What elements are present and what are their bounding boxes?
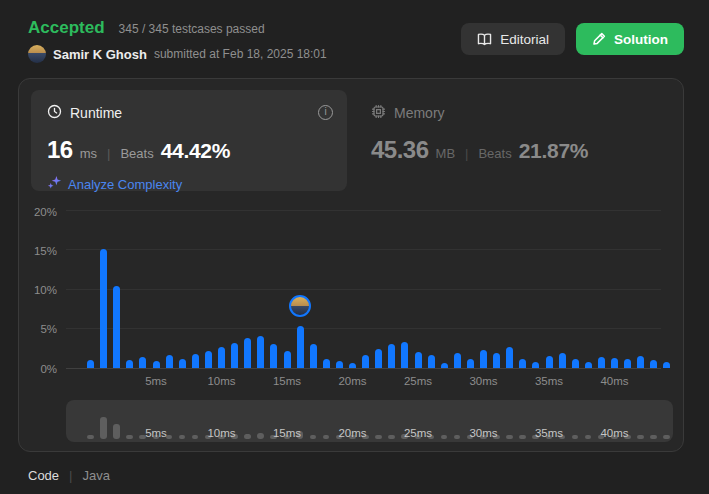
runtime-bar-32ms[interactable] [506,347,513,368]
runtime-bar-33ms[interactable] [519,359,526,368]
runtime-beats-value: 44.42% [161,139,230,163]
runtime-card[interactable]: Runtime i 16 ms | Beats 44.42% Analyze C… [31,90,347,191]
gridline [66,328,661,329]
runtime-bar-24ms[interactable] [401,342,408,368]
minimap-bar [519,435,526,440]
y-axis-tick: 20% [17,206,57,218]
minimap-axis-tick: 5ms [145,427,167,439]
runtime-bar-26ms[interactable] [428,355,435,368]
runtime-bar-27ms[interactable] [441,363,448,368]
editorial-button[interactable]: Editorial [461,23,565,55]
status-accepted: Accepted [28,18,105,38]
runtime-bar-6ms[interactable] [166,355,173,368]
runtime-distribution-chart[interactable]: 0%5%10%15%20%5ms10ms15ms20ms25ms30ms35ms… [66,211,661,368]
runtime-bar-13ms[interactable] [257,336,264,368]
memory-beats-value: 21.87% [519,139,588,163]
runtime-bar-20ms[interactable] [349,363,356,368]
minimap-axis-tick: 25ms [404,427,432,439]
minimap-axis-tick: 15ms [273,427,301,439]
runtime-bar-19ms[interactable] [336,361,343,368]
minimap-bar [441,435,448,440]
divider: | [104,146,113,161]
user-avatar [28,45,46,63]
footer-code-line: Code | Java [28,468,110,483]
runtime-bar-11ms[interactable] [231,343,238,368]
solution-button[interactable]: Solution [576,23,684,55]
runtime-bar-30ms[interactable] [480,350,487,368]
divider: | [462,146,471,161]
user-line: Samir K Ghosh submitted at Feb 18, 2025 … [28,45,327,63]
memory-tab[interactable]: Memory 45.36 MB | Beats 21.87% [371,104,588,164]
runtime-bar-35ms[interactable] [546,356,553,368]
runtime-bar-9ms[interactable] [205,351,212,368]
runtime-bar-14ms[interactable] [270,344,277,368]
runtime-bar-31ms[interactable] [493,353,500,368]
runtime-bar-16ms[interactable] [297,326,304,368]
runtime-bar-23ms[interactable] [388,344,395,368]
runtime-bar-22ms[interactable] [375,349,382,368]
runtime-bar-41ms[interactable] [624,359,631,368]
runtime-bar-37ms[interactable] [572,359,579,368]
memory-value: 45.36 [371,136,429,164]
minimap-bar [506,435,513,440]
user-name[interactable]: Samir K Ghosh [53,47,147,62]
pencil-icon [592,32,606,46]
runtime-bar-34ms[interactable] [532,362,539,368]
runtime-bar-38ms[interactable] [585,362,592,368]
info-circle-icon[interactable]: i [318,105,333,120]
runtime-bar-5ms[interactable] [153,361,160,368]
runtime-bar-7ms[interactable] [179,359,186,368]
y-axis-tick: 0% [17,363,57,375]
minimap-bar [100,417,107,439]
runtime-bar-28ms[interactable] [454,353,461,368]
divider: | [69,468,72,483]
runtime-bar-8ms[interactable] [192,354,199,368]
runtime-unit: ms [80,146,97,161]
memory-beats-label: Beats [478,146,511,161]
minimap-axis-tick: 10ms [207,427,235,439]
chart-brush-minimap[interactable]: 5ms10ms15ms20ms25ms30ms35ms40ms [66,400,673,442]
minimap-axis-tick: 35ms [535,427,563,439]
runtime-value: 16 [47,136,73,164]
runtime-bar-4ms[interactable] [139,357,146,368]
runtime-bar-40ms[interactable] [611,358,618,368]
minimap-bar [585,435,592,440]
minimap-bar [244,434,251,440]
memory-label: Memory [394,105,445,121]
minimap-bar [572,435,579,440]
minimap-bar [87,435,94,440]
runtime-bar-12ms[interactable] [244,338,251,368]
minimap-bar [637,435,644,440]
minimap-bar [454,435,461,440]
gridline [66,289,661,290]
minimap-bar [113,424,120,439]
user-runtime-marker-avatar[interactable] [289,295,311,317]
runtime-bar-3ms[interactable] [126,360,133,368]
minimap-bar [388,435,395,440]
analyze-complexity-link[interactable]: Analyze Complexity [68,177,182,192]
runtime-label: Runtime [70,105,122,121]
runtime-bar-15ms[interactable] [284,351,291,368]
runtime-bar-18ms[interactable] [323,359,330,368]
runtime-bar-21ms[interactable] [362,355,369,368]
runtime-bar-25ms[interactable] [415,352,422,368]
x-axis-tick: 20ms [338,375,366,387]
runtime-bar-43ms[interactable] [650,360,657,368]
x-axis-tick: 25ms [404,375,432,387]
runtime-bar-44ms[interactable] [663,362,670,368]
runtime-bar-36ms[interactable] [559,353,566,368]
x-axis-tick: 15ms [273,375,301,387]
runtime-bar-1ms[interactable] [100,249,107,368]
runtime-bar-29ms[interactable] [467,359,474,368]
ai-sparkle-icon [47,175,62,194]
runtime-bar-17ms[interactable] [310,344,317,368]
minimap-bar [310,435,317,440]
x-axis-tick: 30ms [469,375,497,387]
runtime-bar-0ms[interactable] [87,360,94,368]
header-buttons: Editorial Solution [461,23,684,55]
runtime-bar-10ms[interactable] [218,347,225,368]
runtime-bar-42ms[interactable] [637,356,644,368]
runtime-bar-2ms[interactable] [113,286,120,368]
minimap-bar [179,435,186,440]
runtime-bar-39ms[interactable] [598,357,605,368]
